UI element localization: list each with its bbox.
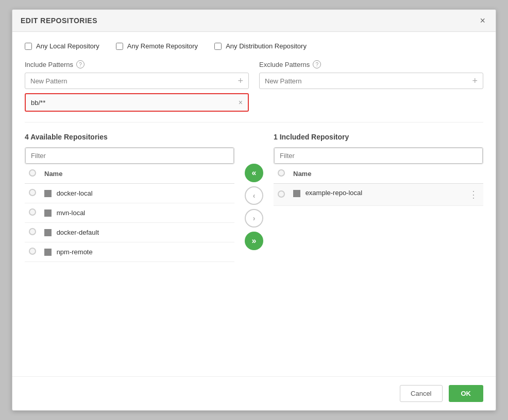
repo-radio-cell	[25, 184, 40, 203]
any-distribution-checkbox-input[interactable]	[214, 43, 222, 50]
available-select-all-radio[interactable]	[29, 169, 36, 177]
repo-name: example-repo-local	[306, 189, 363, 197]
exclude-patterns-section: Exclude Patterns ? +	[259, 60, 483, 112]
any-remote-checkbox[interactable]: Any Remote Repository	[116, 42, 198, 50]
available-repositories-title: 4 Available Repositories	[25, 133, 234, 141]
available-filter-input[interactable]	[25, 148, 234, 164]
any-distribution-checkbox[interactable]: Any Distribution Repository	[214, 42, 307, 50]
table-row[interactable]: docker-default	[25, 223, 234, 242]
include-pattern-tag-close[interactable]: ×	[239, 98, 243, 107]
available-name-header: Name	[40, 164, 234, 184]
move-all-left-button[interactable]: «	[245, 164, 263, 182]
dialog-footer: Cancel OK	[12, 376, 496, 410]
repo-radio[interactable]	[278, 190, 285, 198]
available-select-all-header	[25, 164, 40, 184]
included-name-header: Name	[289, 164, 483, 184]
repo-name: docker-default	[57, 229, 99, 236]
any-local-label: Any Local Repository	[36, 42, 99, 50]
include-pattern-input-row: +	[25, 73, 249, 89]
repo-radio[interactable]	[29, 248, 36, 255]
include-pattern-input[interactable]	[30, 77, 238, 85]
include-patterns-help-icon[interactable]: ?	[76, 60, 84, 68]
patterns-row: Include Patterns ? + bb/** × Exclude Pat…	[25, 60, 483, 112]
repo-name: mvn-local	[57, 209, 86, 217]
exclude-pattern-add-button[interactable]: +	[472, 76, 478, 85]
included-select-all-header	[274, 164, 289, 184]
included-select-all-radio[interactable]	[278, 169, 285, 177]
repo-name: npm-remote	[57, 248, 93, 256]
available-repositories-table: Name docker-local mvn-local docker-de	[25, 164, 234, 262]
exclude-patterns-label: Exclude Patterns ?	[259, 60, 483, 68]
dialog-title: EDIT REPOSITORIES	[21, 16, 97, 25]
any-remote-checkbox-input[interactable]	[116, 43, 123, 50]
table-row[interactable]: example-repo-local ⋮	[274, 184, 483, 206]
repo-radio-cell	[274, 184, 289, 206]
move-left-button[interactable]: ‹	[245, 186, 263, 205]
available-repositories-section: 4 Available Repositories Name do	[25, 133, 234, 262]
repository-type-checkboxes: Any Local Repository Any Remote Reposito…	[25, 42, 483, 50]
exclude-pattern-input[interactable]	[265, 77, 472, 85]
any-remote-label: Any Remote Repository	[127, 42, 198, 50]
available-filter-wrapper	[25, 147, 234, 164]
ok-button[interactable]: OK	[449, 385, 484, 402]
repo-radio-cell	[25, 242, 40, 262]
repo-radio[interactable]	[29, 208, 36, 216]
table-row[interactable]: npm-remote	[25, 242, 234, 262]
any-local-checkbox-input[interactable]	[25, 43, 32, 50]
repo-options-icon[interactable]: ⋮	[469, 189, 479, 200]
move-right-button[interactable]: ›	[245, 209, 263, 227]
divider	[25, 122, 483, 122]
edit-repositories-dialog: EDIT REPOSITORIES × Any Local Repository…	[12, 9, 496, 411]
include-pattern-tag: bb/** ×	[25, 93, 249, 112]
repo-radio-cell	[25, 223, 40, 242]
included-repositories-title: 1 Included Repository	[274, 133, 483, 141]
included-filter-wrapper	[274, 147, 483, 164]
repo-radio[interactable]	[29, 228, 36, 235]
repo-name-cell: npm-remote	[40, 242, 234, 262]
repo-name: docker-local	[57, 189, 93, 197]
repositories-row: 4 Available Repositories Name do	[25, 133, 483, 262]
included-repositories-section: 1 Included Repository Name examp	[274, 133, 483, 206]
repo-name-cell: docker-default	[40, 223, 234, 242]
repo-name-cell: docker-local	[40, 184, 234, 203]
move-all-right-button[interactable]: »	[245, 232, 263, 250]
included-repositories-table: Name example-repo-local ⋮	[274, 164, 483, 206]
include-patterns-section: Include Patterns ? + bb/** ×	[25, 60, 249, 112]
include-pattern-tag-value: bb/**	[31, 99, 239, 107]
repo-name-cell: mvn-local	[40, 203, 234, 223]
included-filter-input[interactable]	[274, 148, 483, 164]
dialog-header: EDIT REPOSITORIES ×	[12, 10, 496, 32]
cancel-button[interactable]: Cancel	[400, 385, 442, 402]
table-row[interactable]: docker-local	[25, 184, 234, 203]
exclude-patterns-help-icon[interactable]: ?	[313, 60, 321, 68]
transfer-buttons: « ‹ › »	[245, 133, 263, 250]
close-button[interactable]: ×	[478, 16, 487, 25]
include-pattern-add-button[interactable]: +	[238, 76, 243, 85]
any-distribution-label: Any Distribution Repository	[226, 42, 307, 50]
available-table-header-row: Name	[25, 164, 234, 184]
table-row[interactable]: mvn-local	[25, 203, 234, 223]
repo-name-cell: example-repo-local ⋮	[289, 184, 483, 206]
exclude-pattern-input-row: +	[259, 73, 483, 89]
any-local-checkbox[interactable]: Any Local Repository	[25, 42, 99, 50]
repo-radio-cell	[25, 203, 40, 223]
include-patterns-label: Include Patterns ?	[25, 60, 249, 68]
included-table-header-row: Name	[274, 164, 483, 184]
dialog-body: Any Local Repository Any Remote Reposito…	[12, 32, 496, 376]
repo-radio[interactable]	[29, 189, 36, 196]
